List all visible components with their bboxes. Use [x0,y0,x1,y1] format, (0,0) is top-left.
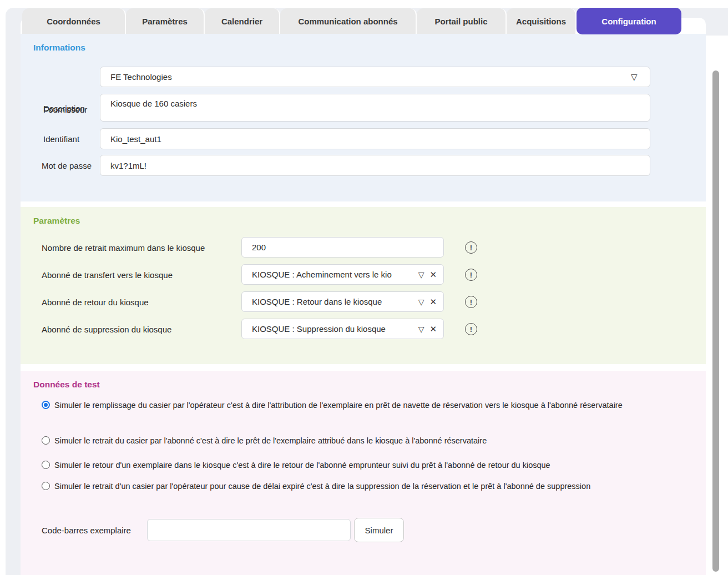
radio-unselected-icon[interactable] [42,436,50,445]
suppression-warning-icon: ! [465,323,477,335]
radio-option-retrait-operateur[interactable]: Simuler le retrait d'un casier par l'opé… [42,481,640,491]
section-parametres: Paramètres Nombre de retrait maximum dan… [21,207,706,364]
transfert-combobox[interactable]: KIOSQUE : Acheminement vers le kio ▽ ✕ [241,264,444,285]
retour-dropdown-icon[interactable]: ▽ [418,297,424,306]
radio-unselected-icon[interactable] [42,482,50,490]
radio-option-label: Simuler le retour d'un exemplaire dans l… [54,460,640,470]
radio-unselected-icon[interactable] [42,461,50,469]
identifiant-input[interactable] [100,128,650,149]
max-retrait-input[interactable] [241,237,444,258]
radio-option-label: Simuler le retrait du casier par l'abonn… [54,436,640,446]
transfert-clear-icon[interactable]: ✕ [429,270,437,280]
retour-label: Abonné de retour du kiosque [42,297,149,307]
description-textarea[interactable]: Kiosque de 160 casiers [100,94,650,122]
mot-de-passe-label: Mot de passe [42,161,92,170]
tab-parametres[interactable]: Paramètres [126,8,205,34]
section-donnees-de-test: Données de test Simuler le remplissage d… [21,371,706,575]
max-retrait-label: Nombre de retrait maximum dans le kiosqu… [42,243,205,253]
max-retrait-warning-icon: ! [465,241,477,254]
transfert-label: Abonné de transfert vers le kiosque [42,270,173,280]
tab-bar: Coordonnées Paramètres Calendrier Commun… [22,8,681,34]
retour-clear-icon[interactable]: ✕ [429,297,437,307]
tab-coordonnees[interactable]: Coordonnées [22,8,126,34]
mot-de-passe-input[interactable] [100,155,650,176]
section-informations: Informations Fournisseur ▽ Description K… [21,34,706,201]
fournisseur-dropdown-icon[interactable]: ▽ [631,72,638,82]
code-barres-input[interactable] [147,519,351,541]
suppression-label: Abonné de suppression du kiosque [42,325,171,334]
description-label: Description [43,104,85,113]
fournisseur-input[interactable] [100,67,650,87]
tab-communication-abonnes[interactable]: Communication abonnés [280,8,417,34]
suppression-dropdown-icon[interactable]: ▽ [418,325,424,334]
transfert-warning-icon: ! [465,269,477,281]
radio-option-label: Simuler le retrait d'un casier par l'opé… [54,481,640,491]
suppression-clear-icon[interactable]: ✕ [429,324,437,334]
tab-acquisitions[interactable]: Acquisitions [507,8,577,34]
suppression-combobox[interactable]: KIOSQUE : Suppression du kiosque ▽ ✕ [241,319,444,339]
section-title-donnees-de-test: Données de test [33,380,100,390]
retour-warning-icon: ! [465,296,477,308]
radio-option-remplissage[interactable]: Simuler le remplissage du casier par l'o… [42,400,640,410]
kiosk-configuration-page: Coordonnées Paramètres Calendrier Commun… [0,0,728,575]
tab-configuration[interactable]: Configuration [577,8,681,34]
radio-option-retour-exemplaire[interactable]: Simuler le retour d'un exemplaire dans l… [42,460,640,470]
simuler-button[interactable]: Simuler [354,518,404,542]
transfert-value: KIOSQUE : Acheminement vers le kio [252,270,415,279]
vertical-scrollbar-thumb[interactable] [712,70,719,572]
suppression-value: KIOSQUE : Suppression du kiosque [252,324,415,334]
transfert-dropdown-icon[interactable]: ▽ [418,270,424,279]
code-barres-label: Code-barres exemplaire [42,526,131,535]
radio-option-retrait-abonne[interactable]: Simuler le retrait du casier par l'abonn… [42,436,640,446]
radio-option-label: Simuler le remplissage du casier par l'o… [54,400,640,410]
retour-value: KIOSQUE : Retour dans le kiosque [252,297,415,306]
radio-selected-icon[interactable] [42,401,50,409]
section-title-informations: Informations [33,43,85,53]
tab-calendrier[interactable]: Calendrier [205,8,280,34]
retour-combobox[interactable]: KIOSQUE : Retour dans le kiosque ▽ ✕ [241,291,444,312]
tab-portail-public[interactable]: Portail public [417,8,507,34]
identifiant-label: Identifiant [43,134,79,144]
section-title-parametres: Paramètres [33,216,80,226]
